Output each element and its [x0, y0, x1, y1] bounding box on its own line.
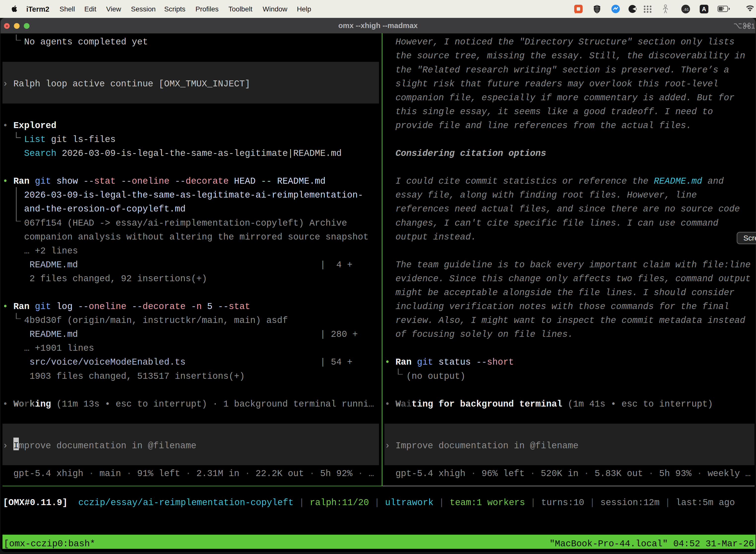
svg-text:1: 1	[751, 22, 755, 30]
